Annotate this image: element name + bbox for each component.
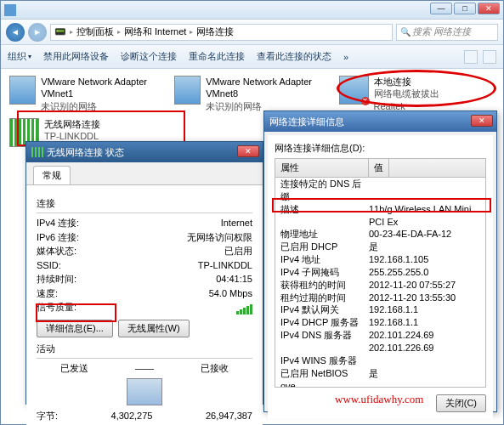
adapter-vmnet8[interactable]: VMware Network Adapter VMnet8 未识别的网络	[171, 72, 324, 116]
property-row[interactable]: IPv4 WINS 服务器	[275, 354, 485, 367]
property-row[interactable]: IPv4 默认网关192.168.1.1	[275, 303, 485, 316]
bytes-label: 字节:	[37, 409, 58, 423]
prop-val: 00-23-4E-DA-FA-12	[369, 228, 485, 241]
properties-list[interactable]: 属性 值 连接特定的 DNS 后缀描述11b/g Wireless LAN Mi…	[275, 158, 486, 388]
prop-key: IPv4 WINS 服务器	[275, 354, 369, 367]
toolbar: 组织 禁用此网络设备 诊断这个连接 重命名此连接 查看此连接的状态 »	[1, 45, 503, 69]
disable-device-button[interactable]: 禁用此网络设备	[43, 50, 109, 63]
prop-key: IPv4 DHCP 服务器	[275, 316, 369, 329]
breadcrumb-seg[interactable]: 控制面板	[76, 26, 114, 38]
breadcrumb-sep: ▸	[70, 28, 73, 36]
prop-label: IPv6 连接:	[37, 230, 79, 245]
view-status-button[interactable]: 查看此连接的状态	[257, 50, 331, 63]
window-icon	[4, 4, 16, 16]
breadcrumb-sep: ▸	[190, 28, 193, 36]
wifi-status-dialog: 无线网络连接 状态 ✕ 常规 连接 IPv4 连接:Internet IPv6 …	[25, 141, 263, 405]
help-icon[interactable]	[483, 50, 496, 64]
view-icon[interactable]	[464, 50, 478, 64]
prop-value: Internet	[221, 216, 252, 230]
diagnose-button[interactable]: 诊断这个连接	[121, 50, 177, 63]
prop-val	[369, 354, 485, 367]
property-row[interactable]: IPv4 子网掩码255.255.255.0	[275, 266, 485, 279]
tab-strip: 常规	[26, 162, 263, 185]
breadcrumb[interactable]: 📟 ▸ 控制面板 ▸ 网络和 Internet ▸ 网络连接	[50, 24, 393, 41]
breadcrumb-seg[interactable]: 网络和 Internet	[124, 26, 186, 38]
prop-val: 192.168.1.1	[369, 316, 485, 329]
prop-value: 04:41:15	[216, 272, 252, 286]
property-row[interactable]: IPv4 地址192.168.1.105	[275, 253, 485, 266]
prop-value: TP-LINKDDL	[198, 258, 252, 273]
prop-val: 是	[369, 241, 485, 253]
property-row[interactable]: 已启用 DHCP是	[275, 241, 485, 253]
back-button[interactable]: ◄	[6, 23, 25, 42]
property-row[interactable]: 202.101.226.69	[275, 342, 485, 354]
prop-key: IPv4 地址	[275, 253, 369, 266]
prop-label: IPv4 连接:	[37, 216, 79, 230]
col-property: 属性	[275, 159, 369, 177]
prop-key: 物理地址	[275, 228, 369, 241]
property-row[interactable]: 物理地址00-23-4E-DA-FA-12	[275, 228, 485, 241]
bytes-sent: 4,302,275	[111, 409, 153, 423]
dialog-titlebar[interactable]: 网络连接详细信息	[264, 111, 496, 132]
adapter-name: VMware Network Adapter VMnet1	[41, 76, 156, 100]
close-button[interactable]: 关闭(C)	[436, 394, 486, 412]
prop-label: 持续时间:	[37, 272, 76, 286]
prop-key: IPv4 DNS 服务器	[275, 329, 369, 342]
close-button[interactable]: ✕	[478, 3, 500, 14]
sent-label: 已发送	[60, 361, 88, 376]
prop-value: 54.0 Mbps	[209, 286, 252, 301]
toolbar-overflow[interactable]: »	[343, 52, 348, 62]
dialog-close-button[interactable]: ✕	[237, 145, 259, 157]
recv-label: 已接收	[201, 361, 229, 376]
annotation-circle	[337, 70, 496, 107]
rename-button[interactable]: 重命名此连接	[189, 50, 245, 63]
prop-label: 速度:	[37, 286, 58, 301]
wifi-icon	[31, 147, 43, 157]
breadcrumb-seg[interactable]: 网络连接	[196, 26, 234, 38]
dialog-close-button[interactable]: ✕	[471, 115, 493, 127]
prop-label: SSID:	[37, 258, 61, 273]
prop-val: 202.101.224.69	[369, 329, 485, 342]
tab-general[interactable]: 常规	[33, 166, 71, 184]
property-row[interactable]: IPv4 DHCP 服务器192.168.1.1	[275, 316, 485, 329]
bytes-recv: 26,947,387	[206, 409, 252, 423]
prop-label: 媒体状态:	[37, 244, 76, 258]
organize-menu[interactable]: 组织	[8, 50, 31, 63]
prop-val: 192.168.1.1	[369, 303, 485, 316]
prop-key: IPv4 子网掩码	[275, 266, 369, 279]
minimize-button[interactable]: —	[430, 3, 452, 14]
adapter-name: VMware Network Adapter VMnet8	[206, 76, 320, 100]
property-row[interactable]: 已启用 NetBIOS ove...是	[275, 367, 485, 388]
prop-key: 租约过期的时间	[275, 292, 369, 304]
property-row[interactable]: 获得租约的时间2012-11-20 07:55:27	[275, 279, 485, 292]
prop-val: 2012-11-20 07:55:27	[369, 279, 485, 292]
titlebar[interactable]: — □ ✕	[1, 1, 503, 20]
prop-val: 2012-11-20 13:55:30	[369, 292, 485, 304]
search-input[interactable]: 搜索 网络连接	[396, 24, 498, 41]
connection-details-dialog: 网络连接详细信息 ✕ 网络连接详细信息(D): 属性 值 连接特定的 DNS 后…	[263, 110, 497, 412]
breadcrumb-sep: ▸	[117, 28, 121, 36]
dialog-titlebar[interactable]: 无线网络连接 状态	[26, 142, 263, 162]
details-header: 网络连接详细信息(D):	[275, 142, 486, 155]
wifi-properties-button[interactable]: 无线属性(W)	[118, 320, 190, 337]
col-value: 值	[369, 159, 389, 177]
breadcrumb-icon: 📟	[54, 26, 66, 37]
prop-key: IPv4 默认网关	[275, 303, 369, 316]
adapter-vmnet1[interactable]: VMware Network Adapter VMnet1 未识别的网络	[6, 72, 159, 116]
navbar: ◄ ► 📟 ▸ 控制面板 ▸ 网络和 Internet ▸ 网络连接 搜索 网络…	[1, 20, 503, 45]
forward-button[interactable]: ►	[28, 23, 47, 42]
section-label: 连接	[37, 197, 252, 210]
prop-key: 已启用 NetBIOS ove...	[275, 367, 369, 388]
prop-value: 已启用	[224, 244, 252, 258]
prop-val: 是	[369, 367, 485, 388]
prop-key: 已启用 DHCP	[275, 241, 369, 253]
activity-icon	[127, 378, 162, 405]
maximize-button[interactable]: □	[454, 3, 476, 14]
property-row[interactable]: IPv4 DNS 服务器202.101.224.69	[275, 329, 485, 342]
adapter-icon	[174, 76, 201, 105]
property-row[interactable]: 租约过期的时间2012-11-20 13:55:30	[275, 292, 485, 304]
section-label: 活动	[37, 343, 252, 355]
watermark: www.ufidawhy.com	[335, 393, 423, 406]
prop-val: 255.255.255.0	[369, 266, 485, 279]
prop-val: 202.101.226.69	[369, 342, 485, 354]
